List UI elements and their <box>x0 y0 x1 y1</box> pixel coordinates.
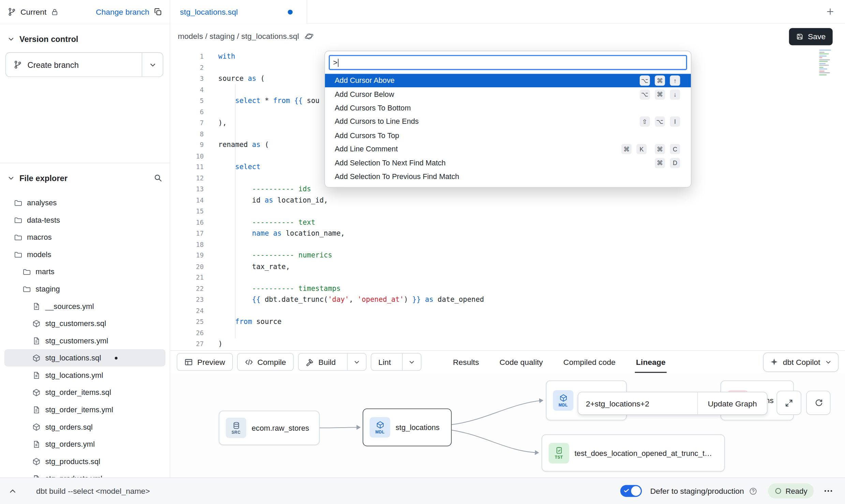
breadcrumb-row: models / staging / stg_locations.sql Sav… <box>170 24 845 49</box>
file-tree: analysesdata-testsmacrosmodelsmartsstagi… <box>0 194 170 487</box>
file-models[interactable]: models <box>4 246 166 263</box>
new-tab-button[interactable] <box>826 8 834 16</box>
file-stg_orders.yml[interactable]: stg_orders.yml <box>4 435 166 453</box>
lint-button[interactable]: Lint <box>371 353 421 371</box>
file-marts[interactable]: marts <box>4 263 166 280</box>
chevron-up-icon[interactable] <box>9 487 17 495</box>
node-stg-locations[interactable]: MDL stg_locations <box>363 409 452 446</box>
code-line: name as location_name, <box>218 228 845 239</box>
main-area: stg_locations.sql models / staging / stg… <box>170 0 845 477</box>
lineage-selector-input[interactable]: 2+stg_locations+2 <box>578 392 697 415</box>
update-graph-button[interactable]: Update Graph <box>697 392 767 415</box>
create-branch-main[interactable]: Create branch <box>6 53 142 77</box>
command-shortcut: ⌥⌘↓ <box>640 89 680 100</box>
build-button[interactable]: Build <box>298 353 367 371</box>
save-button[interactable]: Save <box>789 28 833 45</box>
lock-icon <box>51 8 59 16</box>
model-node-icon: MDL <box>553 390 573 411</box>
tab-title: stg_locations.sql <box>180 8 238 16</box>
command-item[interactable]: Add Selection To Next Find Match⌘D <box>325 156 691 169</box>
command-item[interactable]: Add Cursors To Bottom <box>325 101 691 115</box>
key-⌥: ⌥ <box>640 89 650 100</box>
help-icon[interactable] <box>749 487 757 495</box>
tab-compiled-code[interactable]: Compiled code <box>563 351 616 373</box>
sidebar: Current Change branch Version contr <box>0 0 170 477</box>
line-number: 9 <box>170 139 204 150</box>
file-stg_order_items.yml[interactable]: stg_order_items.yml <box>4 401 166 418</box>
file-icon <box>32 405 41 414</box>
key-group: ⌘D <box>655 158 680 168</box>
indent-guide <box>235 84 236 339</box>
file-analyses[interactable]: analyses <box>4 194 166 211</box>
command-item[interactable]: Add Line Comment⌘K⌘C <box>325 142 691 156</box>
file-label: macros <box>27 233 52 241</box>
key-I: I <box>670 117 680 127</box>
tab-lineage[interactable]: Lineage <box>636 351 666 373</box>
lint-main[interactable]: Lint <box>371 354 398 370</box>
node-ecom-raw-stores[interactable]: SRC ecom.raw_stores <box>219 411 320 445</box>
tab-results[interactable]: Results <box>453 351 479 373</box>
fullscreen-button[interactable] <box>776 391 801 415</box>
lineage-selector-bar: 2+stg_locations+2 Update Graph <box>578 392 767 415</box>
preview-button[interactable]: Preview <box>177 353 233 371</box>
node-badge: MDL <box>375 429 385 434</box>
cli-command[interactable]: dbt build --select <model_name> <box>36 487 150 495</box>
file-stg_customers.sql[interactable]: stg_customers.sql <box>4 315 166 332</box>
command-item[interactable]: Add Cursor Below⌥⌘↓ <box>325 88 691 101</box>
expand-icon <box>785 399 793 407</box>
command-label: Add Cursor Below <box>335 90 394 99</box>
overflow-menu-button[interactable] <box>824 486 833 496</box>
line-number: 10 <box>170 151 204 162</box>
command-item[interactable]: Add Cursors To Top <box>325 129 691 142</box>
code-line <box>218 272 845 283</box>
file-explorer-header[interactable]: File explorer <box>0 169 170 187</box>
code-line <box>218 206 845 217</box>
line-number: 21 <box>170 272 204 283</box>
file-label: stg_orders.yml <box>45 440 95 448</box>
file-label: stg_customers.sql <box>45 319 106 328</box>
file-data-tests[interactable]: data-tests <box>4 211 166 229</box>
compare-branch-icon[interactable] <box>153 8 162 16</box>
file-__sources.yml[interactable]: __sources.yml <box>4 297 166 315</box>
build-dropdown[interactable] <box>347 354 366 370</box>
search-icon[interactable] <box>153 174 162 182</box>
file-staging[interactable]: staging <box>4 280 166 298</box>
line-number: 25 <box>170 316 204 327</box>
status-badge[interactable]: Ready <box>768 484 814 499</box>
file-stg_customers.yml[interactable]: stg_customers.yml <box>4 332 166 350</box>
dbt-copilot-button[interactable]: dbt Copilot <box>763 352 839 372</box>
line-number: 22 <box>170 283 204 294</box>
key-group: ⌘C <box>655 144 680 154</box>
file-stg_products.sql[interactable]: stg_products.sql <box>4 453 166 470</box>
command-item[interactable]: Add Cursors to Line Ends⇧⌥I <box>325 115 691 129</box>
command-palette-input[interactable]: > <box>329 55 687 70</box>
file-stg_locations.yml[interactable]: stg_locations.yml <box>4 367 166 384</box>
file-label: analyses <box>27 198 57 207</box>
node-test[interactable]: TST test_does_location_opened_at_trunc_t… <box>542 434 725 472</box>
model-file-icon <box>32 319 41 327</box>
preview-label: Preview <box>197 358 225 366</box>
build-main[interactable]: Build <box>298 354 343 370</box>
version-control-header[interactable]: Version control <box>0 30 170 48</box>
compile-button[interactable]: Compile <box>237 353 294 371</box>
line-number: 13 <box>170 184 204 195</box>
lint-dropdown[interactable] <box>402 354 421 370</box>
file-stg_locations.sql[interactable]: stg_locations.sql <box>4 349 166 367</box>
change-branch-link[interactable]: Change branch <box>96 8 149 16</box>
line-number: 24 <box>170 305 204 316</box>
create-branch-dropdown[interactable] <box>142 53 163 77</box>
tab-stg-locations[interactable]: stg_locations.sql <box>170 0 307 24</box>
file-stg_orders.sql[interactable]: stg_orders.sql <box>4 418 166 435</box>
create-branch-button[interactable]: Create branch <box>5 52 163 77</box>
docs-orbit-icon[interactable] <box>305 31 314 41</box>
tab-code-quality[interactable]: Code quality <box>500 351 543 373</box>
model-node-icon: MDL <box>370 417 390 438</box>
file-macros[interactable]: macros <box>4 228 166 246</box>
defer-toggle[interactable] <box>621 485 642 497</box>
refresh-button[interactable] <box>806 391 830 415</box>
minimap[interactable] <box>819 49 837 75</box>
lineage-panel[interactable]: SRC ecom.raw_stores MDL stg_locations <box>170 373 845 478</box>
command-item[interactable]: Add Cursor Above⌥⌘↑ <box>325 74 691 88</box>
file-stg_order_items.sql[interactable]: stg_order_items.sql <box>4 384 166 401</box>
command-item[interactable]: Add Selection To Previous Find Match <box>325 169 691 183</box>
